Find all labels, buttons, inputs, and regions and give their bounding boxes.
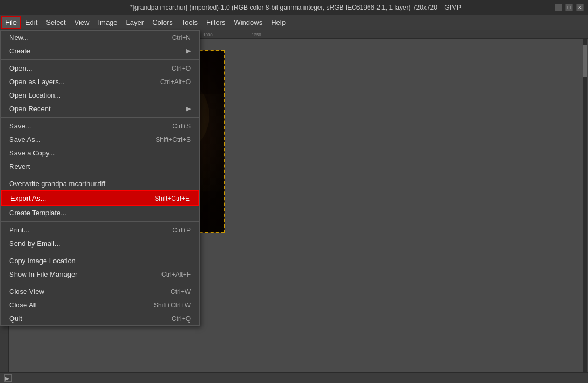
status-expand[interactable]: ▶ — [4, 374, 12, 382]
menu-item-view[interactable]: View — [70, 16, 94, 29]
file-menu-item-overwrite[interactable]: Overwrite grandpa mcarthur.tiff — [1, 177, 199, 190]
menu-item-file[interactable]: File — [1, 16, 21, 29]
title-bar: *[grandpa mcarthur] (imported)-1.0 (RGB … — [0, 0, 588, 15]
menu-item-colors[interactable]: Colors — [148, 16, 177, 29]
menu-item-tools[interactable]: Tools — [177, 16, 202, 29]
menu-item-label: Create Template... — [9, 209, 66, 217]
file-dropdown: New...Ctrl+NCreate▶Open...Ctrl+OOpen as … — [0, 30, 200, 326]
menu-separator — [1, 117, 199, 118]
menu-item-label: Copy Image Location — [9, 257, 76, 265]
menu-item-label: Print... — [9, 226, 30, 234]
menu-item-label: Overwrite grandpa mcarthur.tiff — [9, 180, 105, 188]
file-menu-item-quit[interactable]: QuitCtrl+Q — [1, 312, 199, 325]
main-area: 0 250 500 750 1000 1250 ▶ New...Ctrl+NCr… — [0, 30, 588, 383]
file-menu-item-save-copy[interactable]: Save a Copy... — [1, 146, 199, 160]
menu-item-shortcut: Shift+Ctrl+S — [156, 136, 191, 143]
window-title: *[grandpa mcarthur] (imported)-1.0 (RGB … — [37, 4, 555, 11]
file-menu-item-show-manager[interactable]: Show In File ManagerCtrl+Alt+F — [1, 268, 199, 281]
close-button[interactable]: ✕ — [576, 4, 584, 11]
status-bar: ▶ — [0, 372, 588, 383]
menu-item-label: Save... — [9, 122, 31, 130]
vertical-scrollbar[interactable] — [583, 39, 588, 378]
file-menu-item-export-as[interactable]: Export As...Shift+Ctrl+E — [1, 190, 199, 206]
file-menu-item-open-layers[interactable]: Open as Layers...Ctrl+Alt+O — [1, 75, 199, 88]
menu-item-help[interactable]: Help — [267, 16, 290, 29]
file-menu-item-copy-location[interactable]: Copy Image Location — [1, 254, 199, 268]
menu-item-shortcut: Shift+Ctrl+W — [154, 302, 191, 309]
file-menu-item-revert[interactable]: Revert — [1, 160, 199, 173]
menu-bar: FileEditSelectViewImageLayerColorsToolsF… — [0, 15, 588, 30]
file-menu-item-create[interactable]: Create▶ — [1, 44, 199, 58]
menu-item-shortcut: Ctrl+O — [172, 65, 191, 72]
menu-item-label: New... — [9, 33, 29, 42]
menu-separator — [1, 283, 199, 283]
menu-item-shortcut: Ctrl+Alt+F — [161, 271, 191, 278]
file-menu-item-close-view[interactable]: Close ViewCtrl+W — [1, 285, 199, 298]
menu-item-label: Open... — [9, 64, 32, 72]
menu-item-label: Create — [9, 47, 30, 55]
file-menu-item-print[interactable]: Print...Ctrl+P — [1, 223, 199, 237]
menu-separator — [1, 221, 199, 222]
menu-item-shortcut: Shift+Ctrl+E — [154, 195, 190, 202]
file-menu-item-open-location[interactable]: Open Location... — [1, 88, 199, 102]
menu-item-label: Open Location... — [9, 91, 60, 99]
file-menu-item-send-email[interactable]: Send by Email... — [1, 237, 199, 250]
menu-item-label: Save As... — [9, 135, 41, 143]
menu-item-shortcut: Ctrl+N — [172, 34, 191, 42]
menu-item-shortcut: Ctrl+S — [172, 122, 191, 130]
menu-item-shortcut: Ctrl+P — [172, 227, 191, 234]
v-scroll-thumb[interactable] — [583, 45, 587, 77]
menu-item-windows[interactable]: Windows — [229, 16, 267, 29]
menu-item-edit[interactable]: Edit — [21, 16, 42, 29]
file-menu-item-close-all[interactable]: Close AllShift+Ctrl+W — [1, 298, 199, 312]
file-menu-item-open[interactable]: Open...Ctrl+O — [1, 61, 199, 75]
file-menu-item-save-as[interactable]: Save As...Shift+Ctrl+S — [1, 133, 199, 146]
menu-item-label: Send by Email... — [9, 240, 60, 248]
minimize-button[interactable]: – — [555, 4, 562, 11]
window-controls[interactable]: – □ ✕ — [555, 4, 584, 11]
submenu-arrow-icon: ▶ — [186, 105, 191, 112]
menu-item-label: Open Recent — [9, 105, 51, 113]
menu-item-shortcut: Ctrl+Q — [172, 315, 191, 323]
file-menu-item-create-template[interactable]: Create Template... — [1, 206, 199, 220]
menu-item-filters[interactable]: Filters — [202, 16, 229, 29]
menu-item-shortcut: Ctrl+Alt+O — [160, 78, 191, 86]
menu-item-label: Save a Copy... — [9, 149, 55, 157]
submenu-arrow-icon: ▶ — [186, 47, 191, 54]
menu-item-image[interactable]: Image — [93, 16, 121, 29]
menu-separator — [1, 59, 199, 60]
menu-item-label: Quit — [9, 314, 22, 323]
menu-item-label: Show In File Manager — [9, 270, 77, 278]
menu-separator — [1, 175, 199, 175]
menu-item-layer[interactable]: Layer — [122, 16, 148, 29]
menu-separator — [1, 252, 199, 252]
menu-item-label: Close View — [9, 288, 44, 296]
menu-item-label: Close All — [9, 301, 37, 309]
menu-item-label: Export As... — [10, 194, 46, 202]
menu-item-label: Revert — [9, 162, 30, 170]
file-menu-item-save[interactable]: Save...Ctrl+S — [1, 119, 199, 133]
file-menu-item-open-recent[interactable]: Open Recent▶ — [1, 102, 199, 115]
menu-item-label: Open as Layers... — [9, 78, 65, 86]
maximize-button[interactable]: □ — [565, 4, 573, 11]
file-menu-item-new[interactable]: New...Ctrl+N — [1, 31, 199, 44]
menu-item-select[interactable]: Select — [42, 16, 70, 29]
menu-item-shortcut: Ctrl+W — [171, 288, 191, 296]
